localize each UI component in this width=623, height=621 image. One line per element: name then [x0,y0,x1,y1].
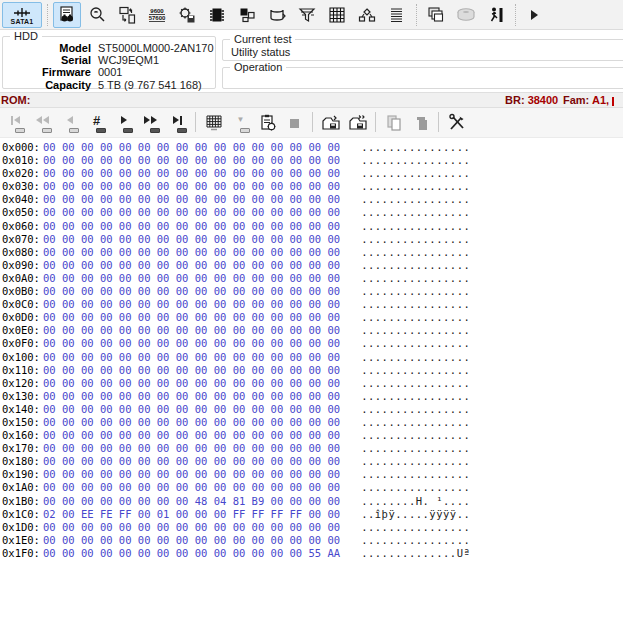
hex-row[interactable]: 0x1C0:02 00 EE FE FF 00 01 00 00 00 FF F… [2,508,623,521]
hex-bytes[interactable]: 00 00 00 00 00 00 00 00 00 00 00 00 00 0… [43,521,340,533]
hex-row[interactable]: 0x080:00 00 00 00 00 00 00 00 00 00 00 0… [2,246,623,259]
hex-row[interactable]: 0x030:00 00 00 00 00 00 00 00 00 00 00 0… [2,180,623,193]
drive-id-button[interactable] [53,2,81,28]
exit-button[interactable] [482,2,510,28]
hex-ascii[interactable]: ................ [361,272,470,284]
hex-bytes[interactable]: 00 00 00 00 00 00 00 00 00 00 00 00 00 0… [43,193,340,205]
paste-button[interactable] [407,110,434,136]
hex-row[interactable]: 0x0E0:00 00 00 00 00 00 00 00 00 00 00 0… [2,324,623,337]
hex-row[interactable]: 0x130:00 00 00 00 00 00 00 00 00 00 00 0… [2,390,623,403]
hex-bytes[interactable]: 00 00 00 00 00 00 00 00 00 00 00 00 00 0… [43,481,340,493]
fast-forward-button[interactable] [137,110,164,136]
hex-row[interactable]: 0x090:00 00 00 00 00 00 00 00 00 00 00 0… [2,259,623,272]
hex-bytes[interactable]: 00 00 00 00 00 00 00 00 00 00 00 00 00 0… [43,390,340,402]
structure-button[interactable] [353,2,381,28]
hex-bytes[interactable]: 00 00 00 00 00 00 00 00 00 00 00 00 00 0… [43,206,340,218]
hex-bytes[interactable]: 00 00 00 00 00 00 00 00 00 00 00 00 00 0… [43,167,340,179]
log-list-button[interactable] [383,2,411,28]
copy-button[interactable] [380,110,407,136]
hex-bytes[interactable]: 00 00 00 00 00 00 00 00 00 00 00 00 00 0… [43,141,340,153]
resources-blocks-button[interactable] [233,2,261,28]
baud-rate-button[interactable]: 9600 57600 [143,2,171,28]
hex-bytes[interactable]: 00 00 00 00 00 00 00 00 00 00 00 00 00 0… [43,154,340,166]
device-transfer-button[interactable] [113,2,141,28]
data-container-button[interactable] [263,2,291,28]
stop-button[interactable] [281,110,308,136]
play-button[interactable] [110,110,137,136]
hex-dump[interactable]: 0x000:00 00 00 00 00 00 00 00 00 00 00 0… [0,138,623,560]
hex-row[interactable]: 0x040:00 00 00 00 00 00 00 00 00 00 00 0… [2,193,623,206]
hex-ascii[interactable]: ................ [361,298,470,310]
hex-ascii[interactable]: ................ [361,233,470,245]
hex-ascii[interactable]: ..............Uª [361,547,470,559]
hex-bytes[interactable]: 00 00 00 00 00 00 00 00 00 00 00 00 00 0… [43,416,340,428]
hex-ascii[interactable]: ................ [361,442,470,454]
hex-row[interactable]: 0x050:00 00 00 00 00 00 00 00 00 00 00 0… [2,206,623,219]
hex-row[interactable]: 0x150:00 00 00 00 00 00 00 00 00 00 00 0… [2,416,623,429]
hex-ascii[interactable]: ................ [361,180,470,192]
hex-row[interactable]: 0x120:00 00 00 00 00 00 00 00 00 00 00 0… [2,377,623,390]
sector-view-button[interactable] [200,110,227,136]
hex-bytes[interactable]: 00 00 00 00 00 00 00 00 00 00 00 00 00 0… [43,403,340,415]
hex-row[interactable]: 0x1E0:00 00 00 00 00 00 00 00 00 00 00 0… [2,534,623,547]
hex-ascii[interactable]: ................ [361,220,470,232]
hex-ascii[interactable]: ................ [361,534,470,546]
save-rom-button[interactable] [317,110,344,136]
goto-address-button[interactable]: # [83,110,110,136]
more-chevron-icon[interactable] [531,10,543,20]
hex-ascii[interactable]: ................ [361,206,470,218]
hex-ascii[interactable]: ................ [361,481,470,493]
script-button[interactable] [254,110,281,136]
hex-bytes[interactable]: 00 00 00 00 00 00 00 00 00 00 00 00 00 0… [43,364,340,376]
hex-row[interactable]: 0x170:00 00 00 00 00 00 00 00 00 00 00 0… [2,442,623,455]
hex-bytes[interactable]: 00 00 00 00 00 00 00 00 00 00 00 00 00 0… [43,298,340,310]
settings-save-button[interactable] [173,2,201,28]
hex-row[interactable]: 0x070:00 00 00 00 00 00 00 00 00 00 00 0… [2,233,623,246]
view-mode-dropdown[interactable]: ▼ [227,110,254,136]
hex-bytes[interactable]: 00 00 00 00 00 00 00 00 00 00 00 00 00 0… [43,246,340,258]
hex-ascii[interactable]: ................ [361,403,470,415]
save-rom-alt-button[interactable] [344,110,371,136]
rom-chip-button[interactable] [203,2,231,28]
hex-bytes[interactable]: 00 00 00 00 00 00 00 00 00 00 00 00 00 0… [43,285,340,297]
hex-bytes[interactable]: 00 00 00 00 00 00 00 00 00 00 00 00 00 0… [43,429,340,441]
hex-ascii[interactable]: ................ [361,390,470,402]
sata1-port-button[interactable]: SATA1 [2,2,42,28]
hex-ascii[interactable]: ................ [361,521,470,533]
view-lamp-button[interactable] [83,2,111,28]
hex-row[interactable]: 0x1D0:00 00 00 00 00 00 00 00 00 00 00 0… [2,521,623,534]
hex-bytes[interactable]: 00 00 00 00 00 00 00 00 00 00 00 00 00 0… [43,534,340,546]
hex-bytes[interactable]: 00 00 00 00 00 00 00 00 00 00 00 00 00 0… [43,180,340,192]
hex-ascii[interactable]: ................ [361,351,470,363]
hex-row[interactable]: 0x110:00 00 00 00 00 00 00 00 00 00 00 0… [2,364,623,377]
fast-rewind-button[interactable] [29,110,56,136]
hex-bytes[interactable]: 00 00 00 00 00 00 00 00 00 00 00 00 00 0… [43,351,340,363]
hex-row[interactable]: 0x1F0:00 00 00 00 00 00 00 00 00 00 00 0… [2,547,623,560]
hex-ascii[interactable]: ................ [361,416,470,428]
hex-row[interactable]: 0x060:00 00 00 00 00 00 00 00 00 00 00 0… [2,220,623,233]
hex-bytes[interactable]: 02 00 EE FE FF 00 01 00 00 00 FF FF FF F… [43,508,340,520]
hex-ascii[interactable]: ................ [361,141,470,153]
disk-database-button[interactable] [452,2,480,28]
tools-button[interactable] [443,110,470,136]
hex-ascii[interactable]: ................ [361,193,470,205]
hex-bytes[interactable]: 00 00 00 00 00 00 00 00 00 00 00 00 00 0… [43,311,340,323]
hex-bytes[interactable]: 00 00 00 00 00 00 00 00 00 00 00 00 00 0… [43,455,340,467]
hex-ascii[interactable]: ................ [361,364,470,376]
hex-ascii[interactable]: ..îþÿ.....ÿÿÿÿ.. [361,508,470,520]
previous-button[interactable] [56,110,83,136]
hex-row[interactable]: 0x100:00 00 00 00 00 00 00 00 00 00 00 0… [2,351,623,364]
hex-bytes[interactable]: 00 00 00 00 00 00 00 00 00 00 00 00 00 0… [43,468,340,480]
hex-ascii[interactable]: ................ [361,324,470,336]
hex-row[interactable]: 0x000:00 00 00 00 00 00 00 00 00 00 00 0… [2,141,623,154]
hex-row[interactable]: 0x190:00 00 00 00 00 00 00 00 00 00 00 0… [2,468,623,481]
windows-button[interactable] [422,2,450,28]
hex-row[interactable]: 0x0F0:00 00 00 00 00 00 00 00 00 00 00 0… [2,337,623,350]
hex-ascii[interactable]: ................ [361,311,470,323]
hex-row[interactable]: 0x140:00 00 00 00 00 00 00 00 00 00 00 0… [2,403,623,416]
hex-ascii[interactable]: ................ [361,429,470,441]
hex-ascii[interactable]: ................ [361,246,470,258]
last-record-button[interactable] [164,110,191,136]
hex-bytes[interactable]: 00 00 00 00 00 00 00 00 00 00 00 00 00 0… [43,324,340,336]
hex-bytes[interactable]: 00 00 00 00 00 00 00 00 00 00 00 00 00 0… [43,547,340,559]
